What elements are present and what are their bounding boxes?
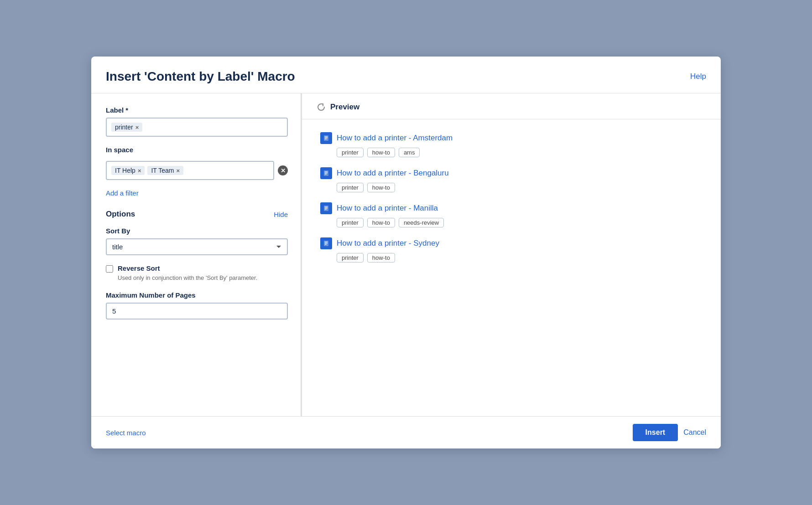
preview-list: How to add a printer - Amsterdam printer… xyxy=(302,119,721,275)
left-panel: Label * printer × In space IT Help xyxy=(91,93,301,416)
preview-item-tags-2: printer how-to xyxy=(337,183,703,192)
tag: ams xyxy=(399,148,420,157)
space-tag-it-team: IT Team × xyxy=(147,166,183,175)
space-tag-it-team-text: IT Team xyxy=(151,167,174,174)
reverse-sort-hint: Used only in conjunction with the 'Sort … xyxy=(118,274,288,281)
tag: how-to xyxy=(367,148,395,157)
hide-options-link[interactable]: Hide xyxy=(274,211,288,218)
dialog-footer: Select macro Insert Cancel xyxy=(91,416,721,448)
in-space-group: In space IT Help × IT Team × ✕ xyxy=(106,146,288,180)
in-space-label: In space xyxy=(106,146,133,154)
label-tag: printer × xyxy=(111,123,142,132)
sort-by-select[interactable]: title creation modified xyxy=(106,238,288,255)
label-field-group: Label * printer × xyxy=(106,106,288,137)
preview-item-tags-1: printer how-to ams xyxy=(337,148,703,157)
preview-item-title: How to add a printer - Amsterdam xyxy=(320,132,703,144)
dialog-header: Insert 'Content by Label' Macro Help xyxy=(91,57,721,93)
in-space-clear-button[interactable]: ✕ xyxy=(278,165,288,175)
preview-item-title: How to add a printer - Bengaluru xyxy=(320,167,703,179)
in-space-row: IT Help × IT Team × ✕ xyxy=(106,161,288,180)
in-space-tag-input[interactable]: IT Help × IT Team × xyxy=(106,161,274,180)
page-icon xyxy=(320,167,332,179)
page-icon xyxy=(320,132,332,144)
space-tag-it-help-remove[interactable]: × xyxy=(138,168,141,174)
reverse-sort-row: Reverse Sort xyxy=(106,264,288,273)
dialog-body: Label * printer × In space IT Help xyxy=(91,93,721,416)
tag: how-to xyxy=(367,218,395,227)
preview-item-tags-4: printer how-to xyxy=(337,253,703,263)
footer-right: Insert Cancel xyxy=(633,424,706,441)
tag: how-to xyxy=(367,183,395,192)
tag: printer xyxy=(337,183,364,192)
tag: printer xyxy=(337,148,364,157)
reverse-sort-label: Reverse Sort xyxy=(118,264,160,272)
preview-item-title: How to add a printer - Sydney xyxy=(320,237,703,249)
sort-by-label: Sort By xyxy=(106,227,288,235)
label-field-label: Label * xyxy=(106,106,288,114)
sort-by-select-wrapper: title creation modified xyxy=(106,238,288,255)
label-tag-text: printer xyxy=(115,124,133,131)
cancel-button[interactable]: Cancel xyxy=(683,428,706,437)
space-tag-it-help-text: IT Help xyxy=(115,167,135,174)
page-icon xyxy=(320,237,332,249)
reverse-sort-checkbox[interactable] xyxy=(106,265,113,273)
preview-item-link-1[interactable]: How to add a printer - Amsterdam xyxy=(337,134,453,143)
select-macro-link[interactable]: Select macro xyxy=(106,429,146,437)
page-icon xyxy=(320,202,332,214)
preview-title: Preview xyxy=(330,103,359,112)
space-tag-it-team-remove[interactable]: × xyxy=(177,168,180,174)
help-link[interactable]: Help xyxy=(690,72,706,81)
insert-macro-dialog: Insert 'Content by Label' Macro Help Lab… xyxy=(91,57,721,448)
options-title: Options xyxy=(106,210,135,219)
in-space-label-row: In space xyxy=(106,146,288,157)
label-tag-remove[interactable]: × xyxy=(135,124,139,130)
right-panel: Preview How to add a xyxy=(302,93,721,416)
label-tag-input[interactable]: printer × xyxy=(106,118,288,137)
preview-item: How to add a printer - Sydney printer ho… xyxy=(320,237,703,263)
preview-item-title: How to add a printer - Manilla xyxy=(320,202,703,214)
preview-item-link-4[interactable]: How to add a printer - Sydney xyxy=(337,239,439,248)
options-header: Options Hide xyxy=(106,210,288,219)
refresh-icon xyxy=(317,103,326,112)
preview-header: Preview xyxy=(302,93,721,119)
add-filter-link[interactable]: Add a filter xyxy=(106,189,288,197)
insert-button[interactable]: Insert xyxy=(633,424,678,441)
tag: printer xyxy=(337,253,364,263)
max-pages-label: Maximum Number of Pages xyxy=(106,291,288,299)
tag: how-to xyxy=(367,253,395,263)
tag: needs-review xyxy=(399,218,444,227)
preview-item: How to add a printer - Bengaluru printer… xyxy=(320,167,703,192)
max-pages-input[interactable] xyxy=(106,303,288,319)
tag: printer xyxy=(337,218,364,227)
preview-item-link-2[interactable]: How to add a printer - Bengaluru xyxy=(337,169,449,178)
preview-item: How to add a printer - Manilla printer h… xyxy=(320,202,703,227)
preview-item: How to add a printer - Amsterdam printer… xyxy=(320,132,703,157)
preview-item-link-3[interactable]: How to add a printer - Manilla xyxy=(337,204,438,213)
preview-item-tags-3: printer how-to needs-review xyxy=(337,218,703,227)
dialog-title: Insert 'Content by Label' Macro xyxy=(106,69,295,84)
space-tag-it-help: IT Help × xyxy=(111,166,145,175)
